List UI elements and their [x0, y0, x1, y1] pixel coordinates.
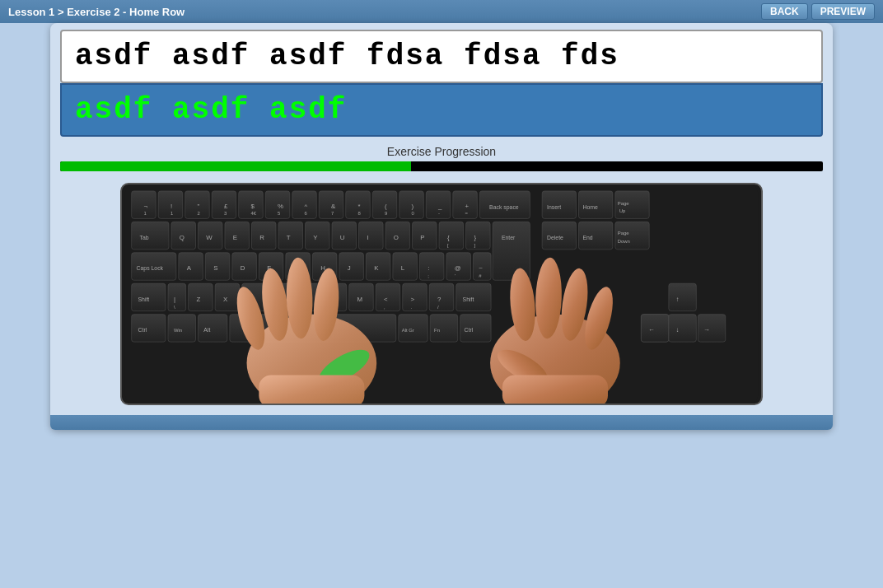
- svg-text:-: -: [438, 211, 440, 216]
- svg-rect-42: [339, 253, 364, 280]
- svg-text:4€: 4€: [250, 211, 256, 216]
- svg-text:}: }: [474, 234, 476, 241]
- header-bar: Lesson 1 > Exercise 2 - Home Row BACK PR…: [0, 0, 883, 23]
- svg-rect-72: [698, 315, 725, 342]
- svg-text:A: A: [187, 264, 192, 272]
- svg-text:(: (: [385, 203, 387, 210]
- svg-text:^: ^: [305, 203, 308, 210]
- svg-text:Delete: Delete: [547, 235, 563, 240]
- svg-text:I: I: [367, 234, 368, 241]
- svg-text:£: £: [224, 203, 228, 210]
- svg-text:%: %: [278, 203, 283, 210]
- svg-rect-44: [393, 253, 418, 280]
- back-button[interactable]: BACK: [761, 3, 808, 20]
- svg-text:Fn: Fn: [434, 328, 440, 333]
- svg-rect-70: [641, 315, 668, 342]
- svg-text:Alt: Alt: [203, 327, 210, 333]
- content-inner: asdf asdf asdf fdsa fdsa fds asdf asdf a…: [50, 23, 833, 430]
- svg-text:Alt Gr: Alt Gr: [402, 328, 414, 333]
- svg-text:*: *: [358, 203, 361, 210]
- svg-text:Tab: Tab: [140, 235, 149, 240]
- svg-text:X: X: [223, 296, 228, 303]
- input-text: asdf asdf asdf: [75, 93, 808, 127]
- svg-text:Ctrl: Ctrl: [138, 327, 147, 333]
- svg-text:2: 2: [197, 211, 199, 216]
- svg-rect-62: [132, 315, 166, 342]
- target-text-box: asdf asdf asdf fdsa fdsa fds: [60, 30, 823, 83]
- keyboard-section: ¬1 !1 "2 £3 $4€ %5 ^6 &7 *8 (9 )0 _- += …: [60, 183, 823, 405]
- svg-text:S: S: [213, 264, 217, 272]
- progress-bar-fill: [60, 161, 411, 171]
- svg-rect-64: [198, 315, 227, 342]
- svg-text:1: 1: [171, 211, 173, 216]
- svg-text:J: J: [348, 264, 351, 272]
- svg-text:1: 1: [143, 211, 146, 216]
- svg-rect-18: [132, 222, 169, 249]
- svg-rect-61: [669, 283, 696, 310]
- svg-text:Page: Page: [618, 201, 630, 206]
- svg-text:Y: Y: [313, 234, 318, 241]
- svg-text:{: {: [447, 234, 450, 241]
- svg-rect-180: [502, 376, 608, 404]
- svg-rect-49: [168, 283, 186, 310]
- header-buttons: BACK PREVIEW: [761, 3, 875, 20]
- svg-text:Enter: Enter: [502, 235, 516, 240]
- svg-text:Caps Lock: Caps Lock: [137, 265, 164, 272]
- svg-rect-71: [669, 315, 696, 342]
- svg-rect-58: [403, 283, 427, 310]
- svg-text:↓: ↓: [676, 326, 680, 334]
- svg-text:$: $: [250, 203, 255, 210]
- svg-text:9: 9: [385, 211, 387, 216]
- svg-text:W: W: [206, 234, 213, 241]
- svg-rect-30: [466, 222, 491, 249]
- svg-text:+: +: [465, 203, 470, 210]
- svg-rect-26: [359, 222, 384, 249]
- svg-text:Q: Q: [180, 234, 185, 241]
- svg-rect-50: [189, 283, 213, 310]
- svg-text:Back space: Back space: [489, 204, 519, 211]
- svg-rect-59: [429, 283, 454, 310]
- svg-text:Ctrl: Ctrl: [465, 327, 474, 333]
- input-text-box[interactable]: asdf asdf asdf: [60, 83, 823, 137]
- progress-label: Exercise Progression: [60, 145, 823, 158]
- keyboard-svg: ¬1 !1 "2 £3 $4€ %5 ^6 &7 *8 (9 )0 _- += …: [122, 184, 761, 404]
- svg-text:M: M: [357, 296, 363, 303]
- svg-text:&: &: [331, 203, 336, 210]
- svg-text:?: ?: [437, 296, 442, 303]
- svg-text:7: 7: [331, 211, 334, 216]
- svg-text:): ): [412, 203, 414, 210]
- svg-rect-45: [419, 253, 444, 280]
- svg-text:P: P: [420, 234, 424, 241]
- svg-rect-29: [439, 222, 464, 249]
- outer-frame: asdf asdf asdf fdsa fdsa fds asdf asdf a…: [50, 23, 833, 430]
- svg-text:Down: Down: [618, 239, 630, 244]
- svg-text:E: E: [233, 234, 237, 241]
- svg-text:_: _: [437, 203, 442, 210]
- svg-text:K: K: [374, 264, 379, 272]
- svg-text:Shift: Shift: [138, 296, 150, 302]
- svg-text::: :: [427, 264, 429, 272]
- breadcrumb: Lesson 1 > Exercise 2 - Home Row: [8, 6, 185, 18]
- svg-text:R: R: [259, 234, 264, 241]
- target-text: asdf asdf asdf fdsa fdsa fds: [75, 40, 808, 73]
- svg-rect-23: [278, 222, 303, 249]
- svg-rect-179: [259, 376, 364, 404]
- keyboard-image: ¬1 !1 "2 £3 $4€ %5 ^6 &7 *8 (9 )0 _- += …: [120, 183, 763, 405]
- preview-button[interactable]: PREVIEW: [811, 3, 875, 20]
- svg-text:": ": [197, 203, 199, 210]
- svg-text:↑: ↑: [676, 296, 680, 303]
- svg-text:Up: Up: [619, 208, 626, 213]
- svg-text:D: D: [241, 264, 245, 272]
- svg-text:End: End: [582, 235, 592, 240]
- svg-text:|: |: [174, 296, 175, 303]
- svg-text:→: →: [703, 326, 710, 334]
- svg-text:Insert: Insert: [547, 204, 561, 210]
- svg-text:¬: ¬: [143, 203, 147, 210]
- svg-text:O: O: [394, 234, 399, 241]
- svg-text:!: !: [171, 203, 172, 210]
- svg-text:>: >: [411, 296, 415, 303]
- svg-text:Shift: Shift: [463, 296, 474, 302]
- svg-rect-57: [376, 283, 400, 310]
- svg-text:L: L: [401, 264, 405, 272]
- svg-text:@: @: [455, 264, 461, 272]
